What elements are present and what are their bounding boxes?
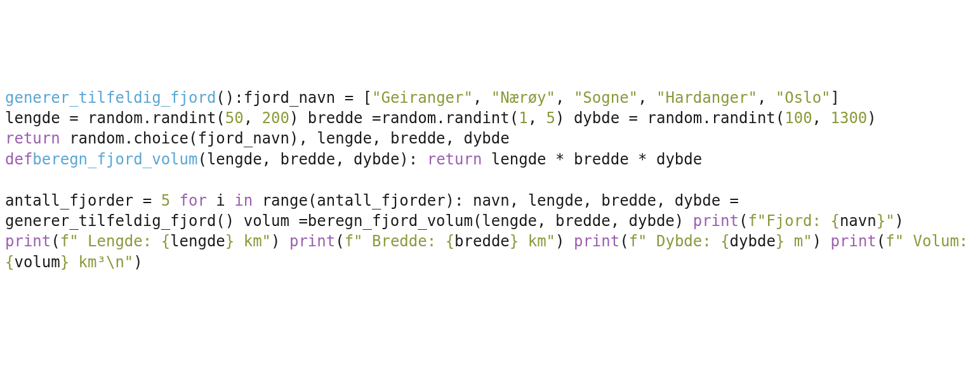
fstring-expr: dybde: [730, 232, 776, 250]
code-text: ,: [812, 109, 831, 127]
code-text: ():: [216, 89, 243, 107]
fstring-expr: volum: [14, 253, 60, 271]
builtin-range: range: [262, 192, 308, 209]
number-literal: 1: [519, 109, 527, 127]
fstring-brace: }: [225, 232, 234, 250]
string-literal: "Nærøy": [491, 89, 555, 107]
number-literal: 5: [546, 109, 555, 127]
code-text: ,: [528, 109, 546, 127]
fstring-brace: {: [446, 232, 454, 250]
code-text: lengde = random.randint(: [5, 109, 225, 127]
fstring-expr: lengde: [170, 232, 225, 250]
fstring-brace: }: [776, 232, 785, 250]
number-literal: 50: [225, 109, 244, 127]
code-text: ) bredde =random.randint(: [289, 109, 519, 127]
function-name: generer_tilfeldig_fjord: [5, 89, 216, 107]
fstring-brace: }: [877, 212, 885, 230]
builtin-print: print: [574, 232, 619, 250]
code-text: antall_fjorder =: [5, 192, 161, 209]
string-literal: "Geiranger": [372, 89, 473, 107]
builtin-print: print: [5, 232, 51, 250]
code-text: lengde * bredde * dybde: [482, 150, 702, 168]
fstring-brace: {: [830, 212, 839, 230]
builtin-print: print: [693, 212, 739, 230]
code-text: random.choice(fjord_navn), lengde, bredd…: [60, 130, 510, 147]
number-literal: 200: [262, 109, 289, 127]
code-text: ): [271, 232, 289, 250]
number-literal: 100: [785, 109, 812, 127]
fstring-brace: }: [510, 232, 519, 250]
code-text: ,: [555, 89, 574, 107]
code-text: [253, 192, 262, 209]
code-text: (: [739, 212, 748, 230]
fstring-brace: }: [60, 253, 69, 271]
code-text: ): [867, 109, 876, 127]
fstring: f"Fjord:: [748, 212, 830, 230]
fstring: km": [519, 232, 555, 250]
keyword-for: for: [180, 192, 207, 209]
string-literal: "Sogne": [574, 89, 638, 107]
code-text: ): [895, 212, 913, 230]
code-text: ,: [473, 89, 491, 107]
code-text: (: [51, 232, 60, 250]
number-literal: 5: [161, 192, 170, 209]
number-literal: 1300: [831, 109, 868, 127]
code-text: ): [812, 232, 831, 250]
fstring: ": [885, 212, 894, 230]
fstring: f" Bredde:: [345, 232, 446, 250]
code-text: ]: [831, 89, 840, 107]
code-text: (: [619, 232, 628, 250]
code-text: (: [877, 232, 885, 250]
string-literal: "Hardanger": [656, 89, 757, 107]
string-literal: "Oslo": [776, 89, 831, 107]
code-text: ,: [244, 109, 262, 127]
code-text: ) dybde = random.randint(: [555, 109, 785, 127]
fstring: f" Dybde:: [629, 232, 721, 250]
keyword-return: return: [5, 130, 60, 147]
fstring: km": [234, 232, 271, 250]
fstring: f" Lengde:: [60, 232, 161, 250]
function-name: beregn_fjord_volum: [32, 150, 197, 168]
code-text: ,: [757, 89, 776, 107]
fstring: m": [785, 232, 812, 250]
code-block: generer_tilfeldig_fjord():fjord_navn = […: [5, 89, 977, 271]
code-text: ): [555, 232, 574, 250]
builtin-print: print: [831, 232, 877, 250]
keyword-return: return: [427, 150, 482, 168]
fstring: km³\n": [69, 253, 133, 271]
fstring-brace: {: [720, 232, 729, 250]
keyword-def: def: [5, 150, 32, 168]
fstring: f" Volum:: [885, 232, 977, 250]
code-text: (lengde, bredde, dybde):: [197, 150, 427, 168]
code-text: fjord_navn = [: [244, 89, 372, 107]
code-text: ,: [638, 89, 656, 107]
fstring-expr: navn: [840, 212, 877, 230]
fstring-brace: {: [5, 253, 14, 271]
code-text: ): [133, 253, 142, 271]
keyword-in: in: [234, 192, 253, 209]
code-text: (: [335, 232, 344, 250]
code-text: i: [207, 192, 234, 209]
fstring-brace: {: [161, 232, 170, 250]
code-text: [170, 192, 179, 209]
fstring-expr: bredde: [454, 232, 510, 250]
builtin-print: print: [289, 232, 335, 250]
